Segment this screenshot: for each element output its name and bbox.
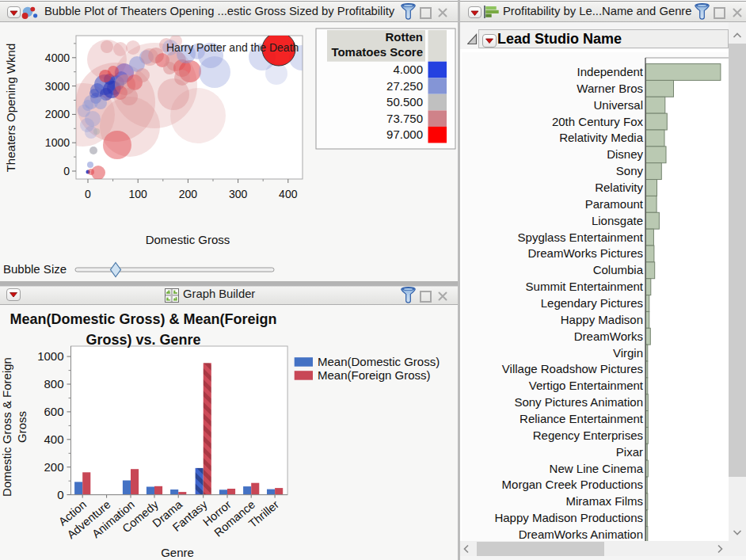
svg-text:300: 300 xyxy=(229,188,248,200)
svg-text:97.000: 97.000 xyxy=(386,128,423,141)
svg-text:0: 0 xyxy=(57,488,63,501)
svg-text:Gross: Gross xyxy=(15,411,29,443)
svg-text:DreamWorks Pictures: DreamWorks Pictures xyxy=(527,246,643,260)
svg-text:4.000: 4.000 xyxy=(393,63,423,76)
svg-text:800: 800 xyxy=(44,377,63,390)
svg-text:Reliance Entertainment: Reliance Entertainment xyxy=(520,412,644,425)
svg-text:Columbia: Columbia xyxy=(593,263,644,276)
svg-text:0: 0 xyxy=(63,165,70,177)
svg-text:Gross) vs. Genre: Gross) vs. Genre xyxy=(86,332,200,348)
svg-text:Domestic Gross: Domestic Gross xyxy=(146,233,230,246)
svg-text:Paramount: Paramount xyxy=(585,197,644,211)
svg-text:Relativity: Relativity xyxy=(595,181,643,194)
svg-text:Sony: Sony xyxy=(616,164,644,177)
svg-text:200: 200 xyxy=(44,460,63,474)
svg-text:Mean(Domestic Gross): Mean(Domestic Gross) xyxy=(318,355,440,368)
svg-text:DreamWorks: DreamWorks xyxy=(574,330,643,343)
svg-text:Mean(Domestic Gross) & Mean(Fo: Mean(Domestic Gross) & Mean(Foreign xyxy=(10,311,276,327)
svg-text:DreamWorks Animation: DreamWorks Animation xyxy=(519,528,643,541)
svg-text:Genre: Genre xyxy=(161,546,194,559)
svg-text:2000: 2000 xyxy=(45,108,70,120)
svg-text:Happy Madison: Happy Madison xyxy=(561,313,643,326)
svg-text:600: 600 xyxy=(44,405,63,418)
svg-text:Happy Madison Productions: Happy Madison Productions xyxy=(494,511,643,524)
svg-text:73.750: 73.750 xyxy=(386,112,423,125)
svg-text:Domestic Gross & Foreign: Domestic Gross & Foreign xyxy=(0,357,13,497)
svg-text:400: 400 xyxy=(279,188,298,200)
svg-text:400: 400 xyxy=(44,432,63,446)
svg-text:Virgin: Virgin xyxy=(613,346,643,360)
svg-text:Tomatoes Score: Tomatoes Score xyxy=(331,45,423,59)
svg-text:Disney: Disney xyxy=(607,147,643,161)
svg-text:Village Roadshow Pictures: Village Roadshow Pictures xyxy=(502,362,643,375)
svg-text:Mean(Foreign Gross): Mean(Foreign Gross) xyxy=(318,368,431,382)
svg-text:Relativity Media: Relativity Media xyxy=(559,131,644,144)
svg-text:Theaters Opening Wknd: Theaters Opening Wknd xyxy=(4,44,17,173)
svg-text:100: 100 xyxy=(129,188,148,200)
svg-text:Vertigo Entertainment: Vertigo Entertainment xyxy=(529,379,644,392)
svg-text:Pixar: Pixar xyxy=(616,445,643,459)
svg-text:Harry Potter and the Death: Harry Potter and the Death xyxy=(166,41,299,54)
svg-text:Morgan Creek Productions: Morgan Creek Productions xyxy=(502,478,643,491)
svg-text:New Line Cinema: New Line Cinema xyxy=(550,462,644,475)
svg-text:200: 200 xyxy=(179,188,198,200)
svg-text:Summit Entertainment: Summit Entertainment xyxy=(526,280,644,293)
svg-text:Universal: Universal xyxy=(593,98,643,112)
svg-text:Miramax Films: Miramax Films xyxy=(566,494,644,508)
svg-text:3000: 3000 xyxy=(45,80,70,93)
svg-text:Legendary Pictures: Legendary Pictures xyxy=(541,296,643,310)
svg-text:Bubble Size: Bubble Size xyxy=(3,262,67,276)
svg-text:50.500: 50.500 xyxy=(386,95,423,109)
svg-text:20th Century Fox: 20th Century Fox xyxy=(552,115,644,128)
svg-text:1000: 1000 xyxy=(37,349,63,363)
svg-text:0: 0 xyxy=(85,188,91,200)
svg-text:Regency Enterprises: Regency Enterprises xyxy=(533,429,643,442)
svg-text:Warner Bros: Warner Bros xyxy=(577,82,643,95)
svg-text:27.250: 27.250 xyxy=(386,79,423,93)
svg-text:Lionsgate: Lionsgate xyxy=(592,214,643,227)
svg-text:Rotten: Rotten xyxy=(386,30,424,44)
svg-text:Independent: Independent xyxy=(577,65,644,78)
svg-text:1000: 1000 xyxy=(45,136,70,149)
svg-text:Spyglass Entertainment: Spyglass Entertainment xyxy=(518,230,644,244)
svg-text:Sony Pictures Animation: Sony Pictures Animation xyxy=(514,395,643,409)
svg-text:4000: 4000 xyxy=(45,51,70,64)
